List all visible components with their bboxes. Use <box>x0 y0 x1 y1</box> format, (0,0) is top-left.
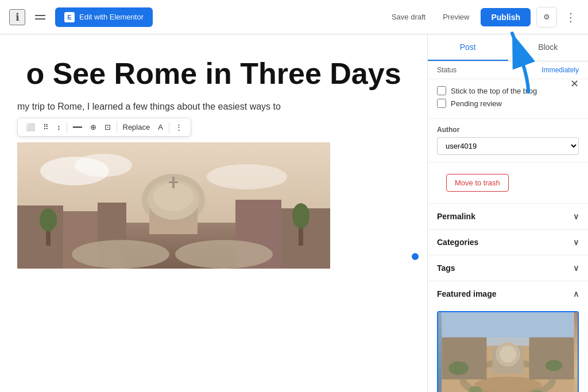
featured-image-header[interactable]: Featured image ∧ <box>428 281 588 306</box>
info-button[interactable]: ℹ <box>9 9 25 25</box>
svg-point-21 <box>292 203 310 228</box>
stick-to-top-checkbox[interactable] <box>437 86 446 95</box>
featured-image-body <box>428 311 588 392</box>
author-label: Author <box>437 126 579 134</box>
permalink-accordion: Permalink ∨ <box>428 204 588 230</box>
author-select[interactable]: user4019 <box>437 137 579 155</box>
svg-rect-31 <box>442 312 574 337</box>
tab-block[interactable]: Block <box>508 34 589 61</box>
settings-icon: ⚙ <box>543 13 550 21</box>
sidebar-options: Stick to the top of the blog Pending rev… <box>428 79 588 119</box>
top-toolbar: ℹ E Edit with Elementor Save draft Previ… <box>0 0 588 34</box>
save-draft-button[interactable]: Save draft <box>386 9 431 25</box>
post-excerpt: my trip to Rome, I learned a few things … <box>17 102 410 112</box>
move-to-trash-button[interactable]: Move to trash <box>446 174 509 192</box>
toolbar-separator-3 <box>169 122 169 133</box>
trash-section: Move to trash <box>428 162 588 204</box>
img-tool-move[interactable]: ↕ <box>53 121 64 134</box>
status-label: Status <box>437 66 457 74</box>
svg-point-3 <box>207 164 287 189</box>
svg-point-16 <box>72 240 169 269</box>
categories-accordion: Categories ∨ <box>428 230 588 255</box>
toolbar-separator-2 <box>117 122 117 133</box>
sidebar-tabs: Post Block ✕ <box>428 34 588 61</box>
tags-accordion: Tags ∨ <box>428 255 588 281</box>
elementor-btn-label: Edit with Elementor <box>79 13 144 21</box>
image-toolbar: ⬜ ⠿ ↕ ━━ ⊕ ⊡ Replace A ⋮ <box>17 118 191 137</box>
svg-rect-15 <box>169 181 178 183</box>
img-tool-link[interactable]: ⊕ <box>87 121 100 134</box>
categories-chevron: ∨ <box>573 238 579 247</box>
blue-dot-indicator <box>412 253 419 260</box>
preview-button[interactable]: Preview <box>437 9 475 25</box>
tags-label: Tags <box>437 263 455 273</box>
featured-img-svg <box>438 312 578 392</box>
pending-review-checkbox[interactable] <box>437 99 446 108</box>
settings-button[interactable]: ⚙ <box>536 7 557 28</box>
permalink-header[interactable]: Permalink ∨ <box>428 204 588 229</box>
featured-image-chevron: ∧ <box>573 289 579 298</box>
svg-point-32 <box>448 362 469 375</box>
permalink-label: Permalink <box>437 212 475 221</box>
toolbar-separator <box>67 122 67 133</box>
sidebar-panel: Post Block ✕ Status Immediately Stick to… <box>427 34 588 392</box>
author-section: Author user4019 <box>428 119 588 162</box>
img-tool-align[interactable]: ━━ <box>69 121 86 134</box>
svg-point-17 <box>175 240 273 269</box>
img-tool-select[interactable]: ⬜ <box>22 121 38 134</box>
post-image-container <box>0 142 427 269</box>
main-layout: o See Rome in Three Days my trip to Rome… <box>0 34 588 392</box>
status-value[interactable]: Immediately <box>541 66 579 74</box>
featured-image-accordion: Featured image ∧ <box>428 281 588 392</box>
svg-point-19 <box>40 208 57 231</box>
svg-point-28 <box>500 346 516 363</box>
featured-image-thumbnail[interactable] <box>437 311 579 392</box>
svg-point-33 <box>546 360 562 371</box>
editor-inner: o See Rome in Three Days my trip to Rome… <box>0 34 427 392</box>
tab-post[interactable]: Post <box>428 34 508 61</box>
publish-button[interactable]: Publish <box>481 8 531 26</box>
permalink-chevron: ∨ <box>573 212 579 221</box>
img-tool-crop[interactable]: ⊡ <box>101 121 114 134</box>
categories-header[interactable]: Categories ∨ <box>428 230 588 255</box>
tags-header[interactable]: Tags ∨ <box>428 255 588 281</box>
img-tool-text[interactable]: A <box>154 121 167 134</box>
rome-illustration <box>17 142 330 269</box>
svg-rect-5 <box>17 205 63 269</box>
img-tool-more[interactable]: ⋮ <box>172 121 186 134</box>
post-image <box>17 142 330 269</box>
stick-to-top-text: Stick to the top of the blog <box>451 87 537 95</box>
stick-to-top-label[interactable]: Stick to the top of the blog <box>437 86 537 95</box>
sidebar-close-button[interactable]: ✕ <box>570 77 579 90</box>
featured-image-label: Featured image <box>437 289 496 298</box>
edit-with-elementor-button[interactable]: E Edit with Elementor <box>55 7 153 27</box>
more-options-button[interactable]: ⋮ <box>563 8 579 26</box>
featured-img-visual <box>438 312 578 392</box>
editor-area: o See Rome in Three Days my trip to Rome… <box>0 34 427 392</box>
svg-rect-30 <box>529 335 574 379</box>
tags-chevron: ∨ <box>573 263 579 273</box>
toolbar-right: Save draft Preview Publish ⚙ ⋮ <box>386 7 579 28</box>
img-tool-drag[interactable]: ⠿ <box>40 121 52 134</box>
toolbar-left: ℹ E Edit with Elementor <box>9 7 153 27</box>
status-row: Status Immediately <box>428 61 588 79</box>
stick-to-top-row: Stick to the top of the blog <box>437 86 579 95</box>
post-title: o See Rome in Three Days <box>17 34 410 90</box>
pending-review-row: Pending review <box>437 99 579 108</box>
replace-button[interactable]: Replace <box>119 121 154 134</box>
elementor-icon: E <box>64 12 75 22</box>
categories-label: Categories <box>437 238 478 247</box>
pending-review-text: Pending review <box>451 99 502 108</box>
pending-review-label[interactable]: Pending review <box>437 99 502 108</box>
svg-point-2 <box>75 154 132 177</box>
menu-toggle[interactable] <box>32 9 48 25</box>
